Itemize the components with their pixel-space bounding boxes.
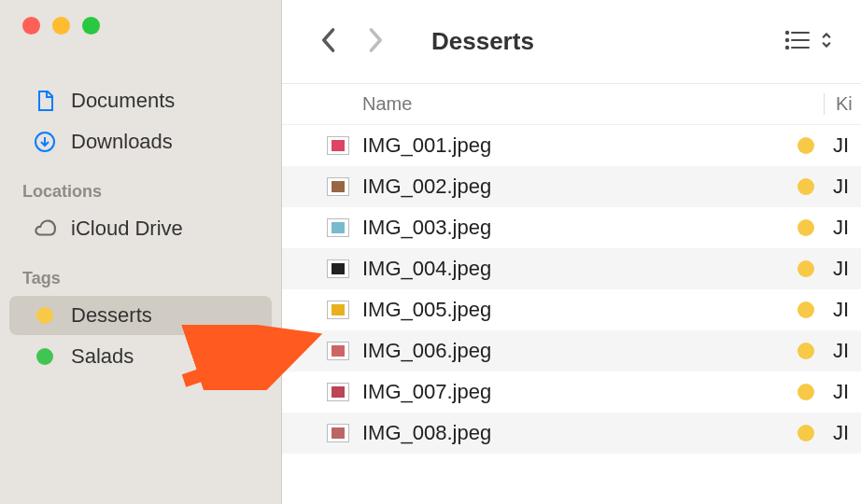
file-tag-dot bbox=[797, 301, 814, 318]
file-tag-dot bbox=[797, 137, 814, 154]
file-row[interactable]: IMG_005.jpegJI bbox=[282, 289, 861, 330]
forward-button[interactable] bbox=[368, 27, 385, 57]
sidebar-item-documents[interactable]: Documents bbox=[9, 81, 272, 120]
window-controls bbox=[0, 17, 281, 79]
file-kind: JI bbox=[833, 133, 861, 158]
file-row[interactable]: IMG_004.jpegJI bbox=[282, 248, 861, 289]
file-name: IMG_002.jpeg bbox=[362, 175, 797, 199]
file-kind: JI bbox=[833, 257, 861, 281]
column-header-kind[interactable]: Ki bbox=[824, 93, 861, 115]
file-kind: JI bbox=[833, 339, 861, 363]
file-thumbnail-icon bbox=[327, 177, 349, 196]
file-thumbnail-icon bbox=[327, 259, 349, 278]
sidebar-tag-desserts[interactable]: Desserts bbox=[9, 296, 272, 335]
download-icon bbox=[32, 129, 58, 155]
file-kind: JI bbox=[833, 175, 861, 199]
fullscreen-window-button[interactable] bbox=[82, 17, 100, 35]
window-title: Desserts bbox=[431, 27, 534, 56]
svg-point-3 bbox=[786, 38, 788, 40]
file-thumbnail-icon bbox=[327, 342, 349, 360]
file-thumbnail-icon bbox=[327, 383, 349, 401]
sidebar-item-label: iCloud Drive bbox=[71, 217, 183, 241]
file-row[interactable]: IMG_008.jpegJI bbox=[282, 413, 861, 454]
view-mode-button[interactable] bbox=[784, 29, 811, 55]
file-name: IMG_007.jpeg bbox=[362, 380, 797, 404]
file-name: IMG_005.jpeg bbox=[362, 298, 797, 322]
sidebar-item-label: Salads bbox=[71, 344, 134, 369]
file-list: IMG_001.jpegJIIMG_002.jpegJIIMG_003.jpeg… bbox=[282, 125, 861, 504]
svg-point-1 bbox=[786, 31, 788, 33]
file-name: IMG_001.jpeg bbox=[362, 133, 797, 158]
file-name: IMG_006.jpeg bbox=[362, 339, 797, 363]
sidebar-item-label: Desserts bbox=[71, 303, 152, 328]
section-header-tags: Tags bbox=[0, 250, 281, 294]
document-icon bbox=[32, 88, 58, 114]
file-row[interactable]: IMG_003.jpegJI bbox=[282, 207, 861, 248]
sidebar-item-label: Downloads bbox=[71, 130, 173, 154]
file-tag-dot bbox=[797, 178, 814, 195]
file-row[interactable]: IMG_002.jpegJI bbox=[282, 166, 861, 207]
file-kind: JI bbox=[833, 216, 861, 240]
file-tag-dot bbox=[797, 260, 814, 277]
file-kind: JI bbox=[833, 421, 861, 445]
toolbar: Desserts bbox=[282, 0, 861, 84]
sidebar-item-label: Documents bbox=[71, 89, 175, 113]
sidebar-tag-salads[interactable]: Salads bbox=[9, 337, 272, 376]
file-kind: JI bbox=[833, 298, 861, 322]
file-name: IMG_008.jpeg bbox=[362, 421, 797, 445]
file-thumbnail-icon bbox=[327, 301, 349, 319]
cloud-icon bbox=[32, 216, 58, 242]
back-button[interactable] bbox=[319, 27, 336, 57]
view-options-button[interactable] bbox=[820, 30, 833, 54]
file-row[interactable]: IMG_007.jpegJI bbox=[282, 371, 861, 413]
main-content: Desserts Name Ki bbox=[282, 0, 861, 504]
tag-dot-icon bbox=[32, 343, 58, 370]
tag-dot-icon bbox=[32, 302, 58, 329]
column-header-name[interactable]: Name bbox=[362, 93, 824, 115]
sidebar-item-downloads[interactable]: Downloads bbox=[9, 122, 272, 161]
file-name: IMG_003.jpeg bbox=[362, 216, 797, 240]
file-row[interactable]: IMG_001.jpegJI bbox=[282, 125, 861, 166]
sidebar-item-icloud-drive[interactable]: iCloud Drive bbox=[9, 209, 272, 248]
file-thumbnail-icon bbox=[327, 424, 349, 442]
file-row[interactable]: IMG_006.jpegJI bbox=[282, 330, 861, 371]
file-tag-dot bbox=[797, 425, 814, 441]
file-tag-dot bbox=[797, 219, 814, 236]
file-tag-dot bbox=[797, 384, 814, 400]
file-thumbnail-icon bbox=[327, 218, 349, 237]
file-name: IMG_004.jpeg bbox=[362, 257, 797, 281]
file-kind: JI bbox=[833, 380, 861, 404]
file-tag-dot bbox=[797, 343, 814, 359]
close-window-button[interactable] bbox=[22, 17, 40, 35]
file-thumbnail-icon bbox=[327, 136, 349, 155]
sidebar: Documents Downloads Locations iCloud Dri… bbox=[0, 0, 282, 504]
minimize-window-button[interactable] bbox=[52, 17, 70, 35]
section-header-locations: Locations bbox=[0, 163, 281, 207]
svg-point-5 bbox=[786, 46, 788, 48]
column-headers: Name Ki bbox=[282, 84, 861, 125]
